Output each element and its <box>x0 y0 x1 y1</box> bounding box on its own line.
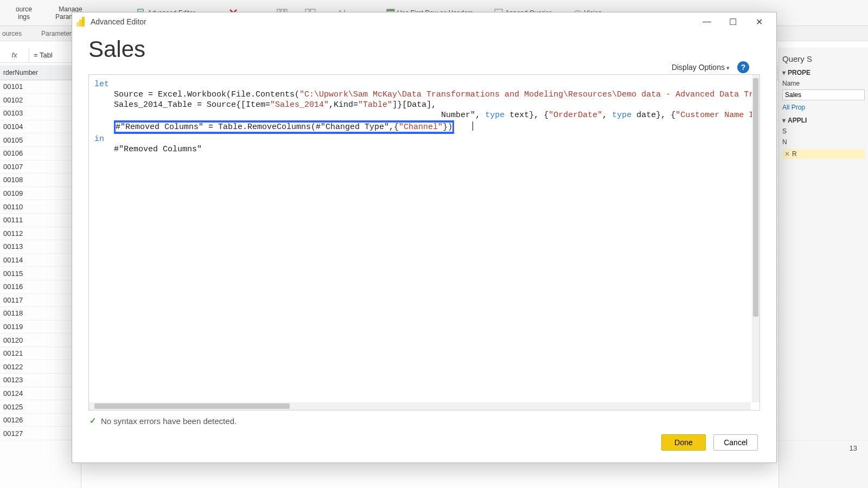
help-icon[interactable]: ? <box>737 61 749 73</box>
minimize-button[interactable]: — <box>694 14 720 30</box>
data-grid-left: rderNumber 00101001020010300104001050010… <box>0 65 81 488</box>
table-row[interactable]: 00123 <box>0 374 81 387</box>
code-editor-content[interactable]: let Source = Excel.Workbook(File.Content… <box>89 75 751 401</box>
svg-rect-12 <box>387 9 394 11</box>
table-row[interactable]: 00106 <box>0 147 81 160</box>
advanced-editor-dialog: Advanced Editor — ☐ ✕ Sales Display Opti… <box>72 12 777 463</box>
properties-section[interactable]: PROPE <box>782 69 865 76</box>
table-row[interactable]: 00104 <box>0 120 81 134</box>
table-row[interactable]: 00109 <box>0 187 81 201</box>
cancel-button[interactable]: Cancel <box>713 434 758 451</box>
status-text: No syntax errors have been detected. <box>101 416 237 426</box>
table-row[interactable]: 00116 <box>0 280 81 294</box>
query-name-input[interactable] <box>782 89 865 100</box>
delete-step-icon[interactable]: ✕ <box>784 150 790 158</box>
table-row[interactable]: 00102 <box>0 94 81 107</box>
all-properties-link[interactable]: All Prop <box>782 104 865 111</box>
table-row[interactable]: 00118 <box>0 307 81 320</box>
display-options-dropdown[interactable]: Display Options <box>672 63 730 72</box>
svg-rect-19 <box>79 20 82 27</box>
fx-label: fx <box>0 48 29 62</box>
table-row[interactable]: 00122 <box>0 360 81 374</box>
done-button[interactable]: Done <box>661 434 706 451</box>
table-row[interactable]: 00110 <box>0 200 81 214</box>
table-row[interactable]: 00114 <box>0 254 81 267</box>
editor-horizontal-scrollbar[interactable] <box>89 402 751 410</box>
power-bi-icon <box>76 17 86 27</box>
table-row[interactable]: 00113 <box>0 240 81 254</box>
applied-step-selected[interactable]: ✕R <box>782 149 865 159</box>
table-row[interactable]: 00115 <box>0 267 81 280</box>
syntax-status: ✓ No syntax errors have been detected. <box>88 410 760 428</box>
dialog-title: Advanced Editor <box>91 17 694 26</box>
table-row[interactable]: 00125 <box>0 400 81 414</box>
applied-step[interactable]: S <box>782 127 865 135</box>
code-editor[interactable]: let Source = Excel.Workbook(File.Content… <box>88 74 760 410</box>
checkmark-icon: ✓ <box>90 416 97 426</box>
column-header[interactable]: rderNumber <box>0 65 81 80</box>
table-row[interactable]: 00103 <box>0 107 81 120</box>
ribbon-group-label: ources <box>2 30 22 37</box>
table-row[interactable]: 00105 <box>0 133 81 147</box>
applied-step[interactable]: N <box>782 138 865 146</box>
table-row[interactable]: 00112 <box>0 227 81 241</box>
scroll-thumb[interactable] <box>94 403 290 409</box>
ribbon-sublabel: ings <box>18 13 30 21</box>
close-button[interactable]: ✕ <box>746 14 772 30</box>
maximize-button[interactable]: ☐ <box>720 14 746 30</box>
table-row[interactable]: 00119 <box>0 320 81 334</box>
highlighted-code-line: #"Removed Columns" = Table.RemoveColumns… <box>114 120 454 134</box>
text-cursor <box>473 121 473 131</box>
applied-steps-section[interactable]: APPLI <box>782 117 865 124</box>
query-settings-pane: Query S PROPE Name All Prop APPLI S N ✕R <box>778 48 868 488</box>
editor-vertical-scrollbar[interactable] <box>752 75 760 402</box>
name-label: Name <box>782 80 865 87</box>
table-row[interactable]: 00124 <box>0 387 81 401</box>
svg-rect-18 <box>82 17 85 27</box>
ribbon-source-button[interactable]: ource ings <box>2 4 46 22</box>
table-row[interactable]: 00108 <box>0 174 81 187</box>
scroll-thumb[interactable] <box>753 78 758 317</box>
table-row[interactable]: 00126 <box>0 414 81 427</box>
table-row[interactable]: 00111 <box>0 214 81 227</box>
table-row[interactable]: 00101 <box>0 80 81 94</box>
pane-title: Query S <box>782 54 865 63</box>
table-row[interactable]: 00120 <box>0 333 81 347</box>
dialog-titlebar[interactable]: Advanced Editor — ☐ ✕ <box>72 12 776 31</box>
query-title: Sales <box>88 36 760 62</box>
svg-rect-20 <box>76 22 79 27</box>
ribbon-label: ource <box>16 5 32 13</box>
ribbon-group-label: Parameters <box>41 30 75 37</box>
table-row[interactable]: 00117 <box>0 294 81 307</box>
table-row[interactable]: 00121 <box>0 347 81 361</box>
formula-value[interactable]: = Tabl <box>29 51 53 59</box>
table-row[interactable]: 00107 <box>0 160 81 174</box>
table-row[interactable]: 00127 <box>0 427 81 440</box>
